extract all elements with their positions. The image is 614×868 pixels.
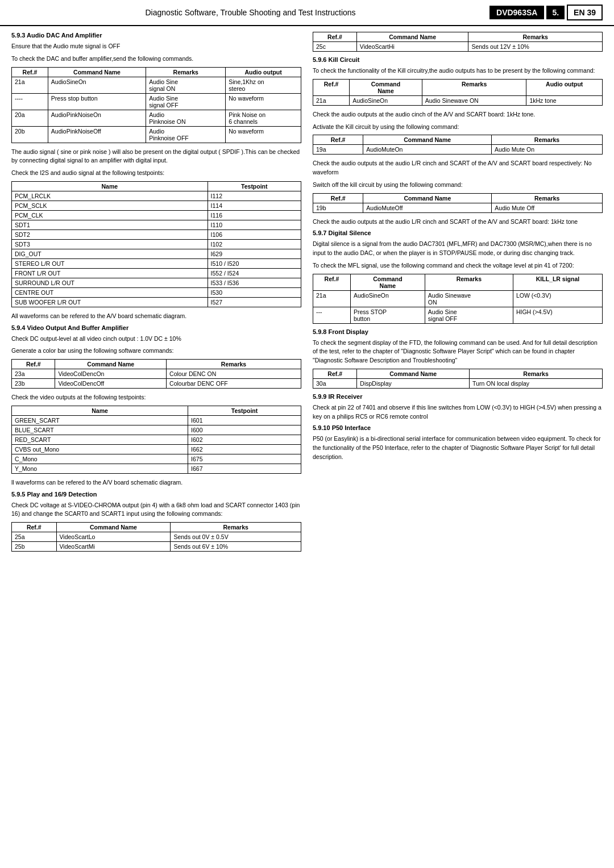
main-content: 5.9.3 Audio DAC And Amplifier Ensure tha… [0, 26, 614, 562]
section-595-cont: Ref.# Command Name Remarks 25c VideoScar… [313, 32, 603, 52]
table-row: DIG_OUTI629 [12, 249, 301, 258]
page-header: Diagnostic Software, Trouble Shooting an… [0, 0, 614, 26]
cell-remarks: Audio Sinesignal OFF [146, 93, 226, 110]
col-testpoint: Testpoint [208, 181, 301, 191]
cell-remarks: AudioPinknoise ON [146, 110, 226, 126]
col-remarks: Remarks [425, 274, 513, 290]
section-596-para5: Switch off the kill circuit by using the… [313, 181, 603, 190]
page: Diagnostic Software, Trouble Shooting an… [0, 0, 614, 562]
section-5910: 5.9.10 P50 Interface P50 (or Easylink) i… [313, 424, 603, 461]
table-row: SURROUND L/R OUTI533 / I536 [12, 278, 301, 287]
col-remarks: Remarks [146, 67, 226, 77]
table-row: PCM_SCLKI114 [12, 201, 301, 210]
table-row: CENTRE OUTI530 [12, 287, 301, 297]
cell-command: AudioPinkNoiseOff [48, 126, 146, 143]
section-597: 5.9.7 Digital Silence Digital silence is… [313, 229, 603, 323]
section-593-para2: To check the DAC and buffer amplifier,se… [11, 55, 301, 64]
table-row: FRONT L/R OUTI552 / I524 [12, 268, 301, 278]
section-5910-para1: P50 (or Easylink) is a bi-directional se… [313, 435, 603, 461]
cell-audio: No waveform [226, 93, 301, 110]
table-594-1: Ref.# Command Name Remarks 23a VideoColD… [11, 359, 301, 389]
section-597-heading: 5.9.7 Digital Silence [313, 229, 603, 236]
col-command: Command Name [356, 32, 468, 42]
table-593-1: Ref.# Command Name Remarks Audio output … [11, 67, 301, 143]
section-594-para2: Generate a color bar using the following… [11, 347, 301, 356]
section-594: 5.9.4 Video Output And Buffer Amplifier … [11, 324, 301, 487]
section-594-para4: ll waveforms can be refered to the A/V b… [11, 478, 301, 487]
table-row: SUB WOOFER L/R OUTI527 [12, 297, 301, 307]
section-599: 5.9.9 IR Receiver Check at pin 22 of 740… [313, 393, 603, 422]
table-row: BLUE_SCARTI600 [12, 425, 301, 435]
section-598-para1: To check the segment display of the FTD,… [313, 339, 603, 365]
product-badge: DVD963SA [489, 6, 544, 19]
col-ref: Ref.# [12, 67, 48, 77]
col-command: Command Name [55, 360, 167, 369]
section-594-para3: Check the video outputs at the following… [11, 393, 301, 402]
col-ref: Ref.# [313, 79, 350, 95]
table-596-2: Ref.# Command Name Remarks 19a AudioMute… [313, 135, 603, 155]
table-row: 21a AudioSineOn Audio Sinewave ON 1kHz t… [313, 95, 603, 105]
header-badges: DVD963SA 5. EN 39 [489, 5, 603, 20]
section-596-para1: To check the functionality of the Kill c… [313, 66, 603, 76]
col-command: Command Name [363, 193, 492, 203]
table-596-3: Ref.# Command Name Remarks 19b AudioMute… [313, 193, 603, 213]
col-command: CommandName [350, 274, 425, 290]
table-597-1: Ref.# CommandName Remarks KILL_LR signal… [313, 274, 603, 324]
col-audio: Audio output [226, 67, 301, 77]
cell-audio: No waveform [226, 126, 301, 143]
col-testpoint: Testpoint [188, 406, 301, 415]
section-599-heading: 5.9.9 IR Receiver [313, 393, 603, 400]
col-ref: Ref.# [12, 523, 57, 532]
table-595-1: Ref.# Command Name Remarks 25a VideoScar… [11, 522, 301, 552]
section-badge: 5. [546, 6, 565, 19]
section-596-para3: Activate the Kill circuit by using the f… [313, 123, 603, 132]
cell-command: AudioPinkNoiseOn [48, 110, 146, 126]
table-row: 23b VideoColDencOff Colourbar DENC OFF [12, 379, 301, 389]
col-command: Command Name [48, 67, 146, 77]
col-remarks: Remarks [470, 369, 603, 378]
section-595: 5.9.5 Play and 16/9 Detection Check DC v… [11, 491, 301, 552]
col-audio: Audio output [526, 79, 603, 95]
col-ref: Ref.# [313, 193, 363, 203]
section-593-para3: The audio signal ( sine or pink noise ) … [11, 148, 301, 166]
section-596-heading: 5.9.6 Kill Circuit [313, 56, 603, 63]
table-row: SDT3I102 [12, 239, 301, 249]
table-row: 25c VideoScartHi Sends out 12V ± 10% [313, 42, 603, 52]
table-row: 20b AudioPinkNoiseOff AudioPinknoise OFF… [12, 126, 301, 143]
table-row: STEREO L/R OUTI510 / I520 [12, 258, 301, 268]
section-597-para2: To check the MFL signal, use the followi… [313, 261, 603, 270]
section-596: 5.9.6 Kill Circuit To check the function… [313, 56, 603, 226]
col-name: Name [12, 406, 188, 415]
table-598-1: Ref.# Command Name Remarks 30a DispDispl… [313, 369, 603, 389]
cell-remarks: Audio Sinesignal ON [146, 77, 226, 93]
table-row: 19b AudioMuteOff Audio Mute Off [313, 203, 603, 212]
col-ref: Ref.# [313, 274, 351, 290]
section-594-para1: Check DC output-level at all video cinch… [11, 335, 301, 344]
section-596-para6: Check the audio outputs at the audio L/R… [313, 218, 603, 227]
table-row: 19a AudioMuteOn Audio Mute On [313, 145, 603, 155]
section-593-para1: Ensure that the Audio mute signal is OFF [11, 42, 301, 51]
col-command: CommandName [350, 79, 422, 95]
table-row: 21a AudioSineOn Audio SinewaveON LOW (<0… [313, 290, 603, 307]
table-row: 23a VideoColDencOn Colour DENC ON [12, 369, 301, 379]
section-5910-heading: 5.9.10 P50 Interface [313, 424, 603, 431]
col-remarks: Remarks [171, 523, 301, 532]
cell-command: AudioSineOn [48, 77, 146, 93]
cell-ref: ---- [12, 93, 48, 110]
table-row: C_MonoI675 [12, 454, 301, 464]
table-row: 21a AudioSineOn Audio Sinesignal ON Sine… [12, 77, 301, 93]
cell-remarks: AudioPinknoise OFF [146, 126, 226, 143]
col-remarks: Remarks [167, 360, 301, 369]
table-row: PCM_LRCLKI112 [12, 191, 301, 201]
section-596-para2: Check the audio outputs at the audio cin… [313, 110, 603, 119]
table-row: 20a AudioPinkNoiseOn AudioPinknoise ON P… [12, 110, 301, 126]
table-594-testpoint: Name Testpoint GREEN_SCARTI601 BLUE_SCAR… [11, 406, 301, 474]
cell-audio: Pink Noise on6 channels [226, 110, 301, 126]
table-row: GREEN_SCARTI601 [12, 415, 301, 425]
table-row: RED_SCARTI602 [12, 435, 301, 444]
section-599-para1: Check at pin 22 of 7401 and observe if t… [313, 403, 603, 422]
cell-ref: 20b [12, 126, 48, 143]
section-598: 5.9.8 Front Display To check the segment… [313, 328, 603, 389]
section-595-heading: 5.9.5 Play and 16/9 Detection [11, 491, 301, 498]
section-593-para4: Check the I2S and audio signal at the fo… [11, 169, 301, 178]
